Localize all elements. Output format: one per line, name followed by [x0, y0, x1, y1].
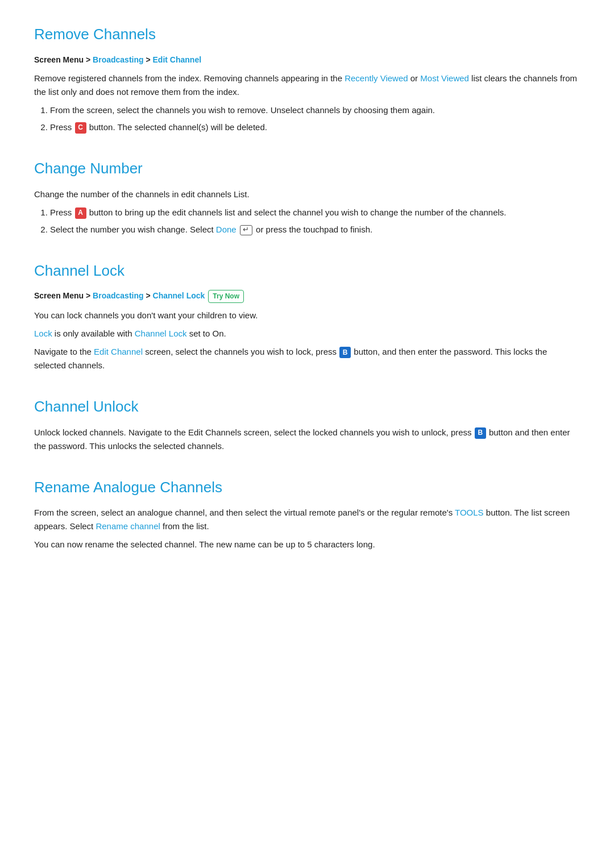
lock-label: Lock: [34, 329, 52, 338]
change-number-step-1: Press A button to bring up the edit chan…: [50, 206, 580, 219]
channel-unlock-body: Unlock locked channels. Navigate to the …: [34, 426, 580, 453]
rename-analogue-title: Rename Analogue Channels: [34, 476, 580, 500]
remove-channels-title: Remove Channels: [34, 23, 580, 47]
channel-lock-breadcrumb-prefix: Screen Menu >: [34, 291, 93, 300]
most-viewed-link[interactable]: Most Viewed: [420, 73, 469, 83]
remove-channels-breadcrumb: Screen Menu > Broadcasting > Edit Channe…: [34, 53, 580, 66]
remove-channels-step-2: Press C button. The selected channel(s) …: [50, 121, 580, 134]
c-button-icon: C: [75, 122, 86, 134]
channel-lock-breadcrumb: Screen Menu > Broadcasting > Channel Loc…: [34, 289, 580, 303]
try-now-badge[interactable]: Try Now: [208, 290, 244, 303]
tools-label: TOOLS: [455, 508, 484, 517]
channel-lock-line-2: Lock is only available with Channel Lock…: [34, 327, 580, 340]
remove-channels-intro: Remove registered channels from the inde…: [34, 72, 580, 99]
channel-lock-line-3: Navigate to the Edit Channel screen, sel…: [34, 345, 580, 372]
remove-channels-step-1: From the screen, select the channels you…: [50, 103, 580, 117]
rename-analogue-line-2: You can now rename the selected channel.…: [34, 538, 580, 551]
done-enter-icon: [240, 225, 252, 235]
change-number-steps: Press A button to bring up the edit chan…: [34, 206, 580, 236]
rename-analogue-line-1: From the screen, select an analogue chan…: [34, 506, 580, 533]
breadcrumb-broadcasting-link[interactable]: Broadcasting: [93, 55, 143, 64]
rename-analogue-section: Rename Analogue Channels From the screen…: [34, 476, 580, 552]
a-button-icon: A: [75, 207, 86, 219]
channel-lock-sep: >: [144, 291, 153, 300]
change-number-step-2: Select the number you wish change. Selec…: [50, 223, 580, 236]
change-number-intro: Change the number of the channels in edi…: [34, 188, 580, 201]
breadcrumb-sep1: >: [144, 55, 153, 64]
channel-unlock-title: Channel Unlock: [34, 395, 580, 419]
channel-lock-line-1: You can lock channels you don't want you…: [34, 309, 580, 322]
remove-channels-steps: From the screen, select the channels you…: [34, 103, 580, 134]
channel-lock-link[interactable]: Channel Lock: [153, 291, 205, 300]
channel-lock-title: Channel Lock: [34, 259, 580, 283]
breadcrumb-edit-channel-link[interactable]: Edit Channel: [153, 55, 202, 64]
b-button-unlock-icon: B: [475, 427, 486, 439]
remove-channels-section: Remove Channels Screen Menu > Broadcasti…: [34, 23, 580, 134]
breadcrumb-prefix: Screen Menu >: [34, 55, 93, 64]
done-label: Done: [216, 225, 237, 234]
change-number-title: Change Number: [34, 157, 580, 181]
channel-lock-broadcasting-link[interactable]: Broadcasting: [93, 291, 143, 300]
recently-viewed-link[interactable]: Recently Viewed: [345, 73, 408, 83]
edit-channel-label: Edit Channel: [94, 347, 143, 356]
change-number-section: Change Number Change the number of the c…: [34, 157, 580, 236]
b-button-icon: B: [339, 347, 351, 358]
rename-channel-label: Rename channel: [96, 521, 160, 531]
channel-unlock-section: Channel Unlock Unlock locked channels. N…: [34, 395, 580, 453]
channel-lock-label: Channel Lock: [135, 329, 187, 338]
channel-lock-section: Channel Lock Screen Menu > Broadcasting …: [34, 259, 580, 372]
